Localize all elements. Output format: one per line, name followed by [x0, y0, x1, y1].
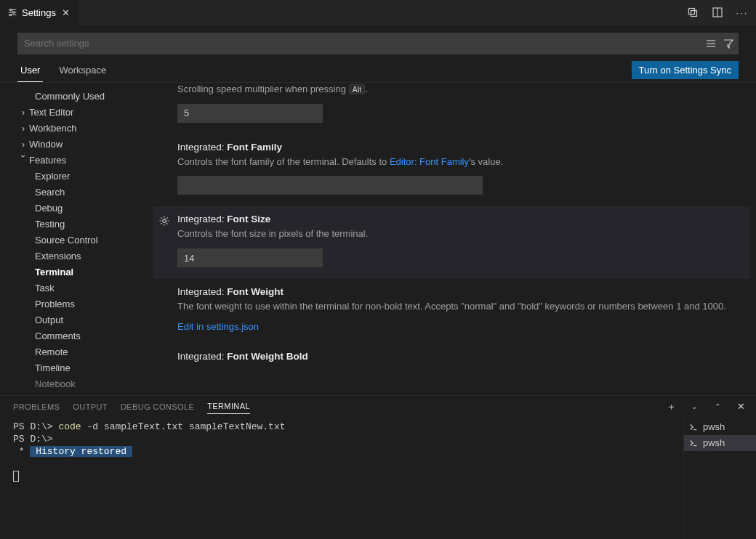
settings-toc: Commonly Used ›Text Editor ›Workbench ›W…: [0, 83, 153, 395]
chevron-down-icon: ›: [18, 155, 28, 166]
setting-desc: The font weight to use within the termin…: [177, 300, 740, 314]
panel-tab-output[interactable]: Output: [73, 400, 108, 414]
toc-workbench[interactable]: ›Workbench: [17, 121, 153, 137]
settings-sync-button[interactable]: Turn on Settings Sync: [632, 61, 739, 79]
toc-search[interactable]: Search: [35, 185, 153, 200]
setting-font-family: Integrated: Font Family Controls the fon…: [153, 134, 750, 207]
toc-comments[interactable]: Comments: [35, 328, 153, 344]
setting-alt-multiplier: Scrolling speed multiplier when pressing…: [153, 83, 750, 134]
terminal-icon: [688, 422, 699, 432]
toc-task[interactable]: Task: [35, 280, 153, 296]
toc-text-editor[interactable]: ›Text Editor: [17, 105, 153, 121]
svg-point-13: [163, 219, 166, 223]
setting-font-weight-bold: Integrated: Font Weight Bold: [153, 344, 750, 362]
panel-tab-terminal[interactable]: Terminal: [207, 399, 250, 414]
close-panel-icon[interactable]: ✕: [733, 399, 749, 415]
toc-testing[interactable]: Testing: [35, 216, 153, 232]
tab-settings[interactable]: Settings ✕: [0, 0, 80, 25]
chevron-right-icon: ›: [17, 139, 29, 150]
settings-editor: User Workspace Turn on Settings Sync Com…: [0, 25, 756, 395]
toc-window[interactable]: ›Window: [17, 137, 153, 153]
more-actions-icon[interactable]: ···: [734, 4, 750, 20]
bottom-panel: Problems Output Debug Console Terminal ＋…: [0, 395, 756, 539]
maximize-panel-icon[interactable]: ⌃: [709, 399, 725, 415]
panel-tabs: Problems Output Debug Console Terminal ＋…: [0, 396, 756, 418]
tabbar-actions: ···: [685, 0, 756, 25]
setting-desc: Scrolling speed multiplier when pressing…: [177, 83, 740, 97]
settings-list: Scrolling speed multiplier when pressing…: [153, 83, 756, 395]
toc-remote[interactable]: Remote: [35, 344, 153, 360]
setting-font-size: Integrated: Font Size Controls the font …: [153, 206, 750, 279]
toc-source-control[interactable]: Source Control: [35, 232, 153, 248]
terminal-icon: [688, 438, 699, 448]
toc-commonly-used[interactable]: Commonly Used: [17, 89, 153, 105]
font-family-input[interactable]: [177, 176, 483, 195]
toc-debug[interactable]: Debug: [35, 200, 153, 216]
terminal-list: pwsh pwsh: [683, 418, 756, 539]
svg-point-4: [12, 12, 15, 14]
setting-title: Integrated: Font Weight: [177, 286, 740, 297]
setting-title: Integrated: Font Size: [177, 214, 740, 224]
setting-desc: Controls the font family of the terminal…: [177, 155, 740, 169]
svg-point-3: [10, 9, 12, 12]
panel-tab-debug[interactable]: Debug Console: [121, 400, 194, 414]
editor-tabbar: Settings ✕ ···: [0, 0, 756, 25]
gear-icon[interactable]: [158, 215, 170, 227]
chevron-right-icon: ›: [17, 123, 29, 134]
toc-problems[interactable]: Problems: [35, 296, 153, 312]
editor-font-family-link[interactable]: Editor: Font Family: [390, 156, 469, 167]
setting-title: Integrated: Font Family: [177, 142, 740, 153]
filter-icon[interactable]: [723, 38, 734, 49]
clear-search-icon[interactable]: [705, 38, 717, 49]
scope-user[interactable]: User: [17, 60, 43, 82]
panel-tab-problems[interactable]: Problems: [13, 400, 60, 414]
terminal-output[interactable]: PS D:\> code -d sampleText.txt sampleTex…: [0, 418, 683, 539]
terminal-dropdown-icon[interactable]: ⌄: [686, 399, 702, 415]
terminal-cursor: [13, 471, 19, 482]
terminal-item[interactable]: pwsh: [684, 435, 756, 451]
toc-terminal[interactable]: Terminal: [35, 264, 153, 280]
scope-workspace[interactable]: Workspace: [56, 60, 109, 82]
setting-title: Integrated: Font Weight Bold: [177, 351, 740, 362]
toc-explorer[interactable]: Explorer: [35, 169, 153, 185]
font-size-input[interactable]: [177, 248, 323, 267]
toc-notebook[interactable]: Notebook: [35, 376, 153, 392]
open-changes-icon[interactable]: [685, 4, 701, 20]
chevron-right-icon: ›: [17, 108, 29, 118]
tab-title: Settings: [22, 7, 56, 18]
alt-multiplier-input[interactable]: [177, 104, 323, 123]
setting-font-weight: Integrated: Font Weight The font weight …: [153, 279, 750, 344]
terminal-item[interactable]: pwsh: [684, 419, 756, 435]
svg-point-5: [9, 15, 12, 17]
close-icon[interactable]: ✕: [60, 7, 72, 18]
split-editor-icon[interactable]: [709, 4, 725, 20]
toc-extensions[interactable]: Extensions: [35, 248, 153, 264]
svg-rect-6: [689, 9, 695, 15]
setting-desc: Controls the font size in pixels of the …: [177, 227, 740, 241]
settings-icon: [7, 7, 17, 17]
toc-timeline[interactable]: Timeline: [35, 360, 153, 376]
new-terminal-icon[interactable]: ＋: [663, 399, 679, 415]
toc-output[interactable]: Output: [35, 312, 153, 328]
edit-in-settings-json-link[interactable]: Edit in settings.json: [177, 321, 740, 332]
svg-rect-7: [691, 11, 697, 17]
search-input[interactable]: [17, 33, 739, 54]
toc-features[interactable]: ›Features: [17, 153, 153, 169]
